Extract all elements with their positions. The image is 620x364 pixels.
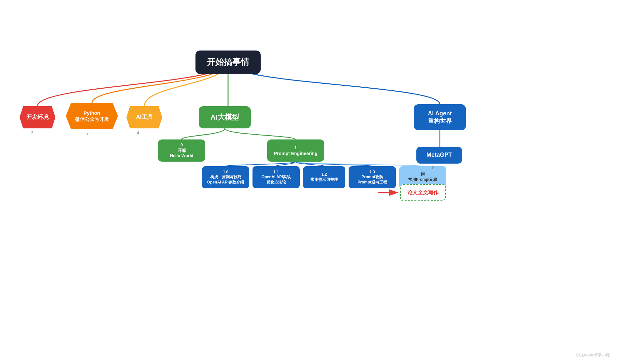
node-dev-env: 开发环境 bbox=[20, 106, 55, 128]
badge-python: 7 bbox=[86, 131, 89, 136]
badge-metagpt: 8 bbox=[432, 165, 434, 170]
node-1-1: 1.1 OpenAI API实战 优化方法论 bbox=[252, 166, 300, 188]
badge-dev-env: 3 bbox=[31, 130, 33, 135]
watermark: CSDN @尚举小张 bbox=[576, 352, 610, 358]
root-node: 开始搞事情 bbox=[195, 51, 261, 74]
node-hello-world: 0 开篇 Hello World bbox=[158, 139, 205, 162]
node-ai-model: AI大模型 bbox=[199, 106, 251, 128]
node-ai-tools: AI工具 bbox=[126, 106, 162, 128]
badge-ai-tools: 4 bbox=[137, 130, 139, 135]
node-python-wx: Python 微信公众号开发 bbox=[66, 103, 118, 129]
node-metagpt: MetaGPT bbox=[416, 147, 462, 164]
node-1-2: 1.2 常用提示词整理 bbox=[303, 166, 345, 188]
node-1-3: 1.3 Prompt攻防 Prompt逆向工程 bbox=[349, 166, 396, 188]
node-prompt-engineering: 1 Prompt Engineering bbox=[267, 139, 324, 162]
node-paper-writing: 论文全文写作 bbox=[400, 184, 446, 201]
node-ai-agent: AI Agent 重构世界 bbox=[414, 104, 466, 130]
node-1-0: 1.0 构成、原则与技巧 OpenAI API参数介绍 bbox=[202, 166, 249, 188]
